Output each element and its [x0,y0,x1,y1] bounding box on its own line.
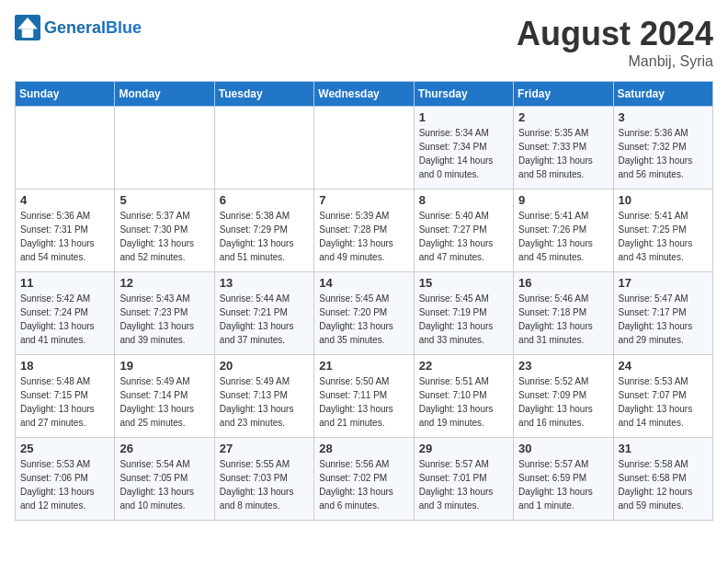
weekday-header-sunday: Sunday [16,82,115,107]
calendar-week-2: 4Sunrise: 5:36 AMSunset: 7:31 PMDaylight… [16,190,713,272]
day-info: Sunrise: 5:36 AMSunset: 7:31 PMDaylight:… [20,209,109,264]
day-info: Sunrise: 5:41 AMSunset: 7:25 PMDaylight:… [619,209,708,264]
svg-rect-2 [22,29,33,38]
day-number: 20 [220,359,309,373]
calendar-cell: 11Sunrise: 5:42 AMSunset: 7:24 PMDayligh… [16,272,115,355]
day-number: 23 [518,359,608,373]
day-number: 22 [419,359,508,373]
calendar-cell: 30Sunrise: 5:57 AMSunset: 6:59 PMDayligh… [514,438,613,521]
calendar-cell: 19Sunrise: 5:49 AMSunset: 7:14 PMDayligh… [115,355,214,438]
day-number: 18 [20,359,109,373]
calendar-cell: 21Sunrise: 5:50 AMSunset: 7:11 PMDayligh… [314,355,414,438]
calendar-cell: 10Sunrise: 5:41 AMSunset: 7:25 PMDayligh… [613,190,712,272]
day-number: 25 [20,442,109,455]
calendar-cell [314,107,414,190]
day-number: 10 [619,193,708,207]
day-number: 30 [518,442,608,455]
day-info: Sunrise: 5:50 AMSunset: 7:11 PMDaylight:… [319,374,408,430]
day-number: 8 [419,193,508,207]
day-info: Sunrise: 5:49 AMSunset: 7:14 PMDaylight:… [119,374,209,430]
day-info: Sunrise: 5:39 AMSunset: 7:28 PMDaylight:… [319,209,408,264]
location: Manbij, Syria [517,53,713,70]
logo-icon [15,15,40,40]
calendar-table: SundayMondayTuesdayWednesdayThursdayFrid… [15,81,713,521]
calendar-cell: 12Sunrise: 5:43 AMSunset: 7:23 PMDayligh… [115,272,214,355]
logo-text: GeneralBlue [44,18,142,38]
calendar-cell: 27Sunrise: 5:55 AMSunset: 7:03 PMDayligh… [214,438,313,521]
calendar-week-1: 1Sunrise: 5:34 AMSunset: 7:34 PMDaylight… [16,107,713,190]
day-info: Sunrise: 5:57 AMSunset: 7:01 PMDaylight:… [419,457,508,512]
calendar-cell: 5Sunrise: 5:37 AMSunset: 7:30 PMDaylight… [115,190,214,272]
calendar-cell [214,107,313,190]
calendar-cell: 4Sunrise: 5:36 AMSunset: 7:31 PMDaylight… [16,190,115,272]
day-info: Sunrise: 5:42 AMSunset: 7:24 PMDaylight:… [20,292,109,347]
month-year: August 2024 [517,15,713,53]
day-info: Sunrise: 5:37 AMSunset: 7:30 PMDaylight:… [119,209,209,264]
calendar-week-5: 25Sunrise: 5:53 AMSunset: 7:06 PMDayligh… [16,438,713,521]
calendar-cell: 16Sunrise: 5:46 AMSunset: 7:18 PMDayligh… [514,272,613,355]
day-number: 27 [220,442,309,455]
day-info: Sunrise: 5:49 AMSunset: 7:13 PMDaylight:… [220,374,309,430]
day-info: Sunrise: 5:54 AMSunset: 7:05 PMDaylight:… [119,457,209,512]
day-number: 6 [220,193,309,207]
day-number: 14 [319,276,408,290]
day-info: Sunrise: 5:51 AMSunset: 7:10 PMDaylight:… [419,374,508,430]
day-info: Sunrise: 5:57 AMSunset: 6:59 PMDaylight:… [518,457,608,512]
day-number: 21 [319,359,408,373]
calendar-cell: 1Sunrise: 5:34 AMSunset: 7:34 PMDaylight… [414,107,513,190]
calendar-cell: 18Sunrise: 5:48 AMSunset: 7:15 PMDayligh… [16,355,115,438]
day-info: Sunrise: 5:45 AMSunset: 7:20 PMDaylight:… [319,292,408,347]
calendar-cell: 3Sunrise: 5:36 AMSunset: 7:32 PMDaylight… [613,107,712,190]
day-info: Sunrise: 5:53 AMSunset: 7:07 PMDaylight:… [619,374,708,430]
calendar-header: SundayMondayTuesdayWednesdayThursdayFrid… [16,82,713,107]
day-info: Sunrise: 5:45 AMSunset: 7:19 PMDaylight:… [419,292,508,347]
calendar-cell: 20Sunrise: 5:49 AMSunset: 7:13 PMDayligh… [214,355,313,438]
logo: GeneralBlue [15,15,142,40]
day-number: 2 [518,110,608,124]
day-number: 1 [419,110,508,124]
day-number: 28 [319,442,408,455]
day-number: 11 [20,276,109,290]
calendar-cell: 13Sunrise: 5:44 AMSunset: 7:21 PMDayligh… [214,272,313,355]
calendar-cell: 2Sunrise: 5:35 AMSunset: 7:33 PMDaylight… [514,107,613,190]
day-info: Sunrise: 5:38 AMSunset: 7:29 PMDaylight:… [220,209,309,264]
day-number: 16 [518,276,608,290]
weekday-row: SundayMondayTuesdayWednesdayThursdayFrid… [16,82,713,107]
day-number: 5 [119,193,209,207]
day-number: 31 [619,442,708,455]
day-number: 12 [119,276,209,290]
weekday-header-monday: Monday [115,82,214,107]
day-number: 19 [119,359,209,373]
calendar-cell: 29Sunrise: 5:57 AMSunset: 7:01 PMDayligh… [414,438,513,521]
calendar-cell: 25Sunrise: 5:53 AMSunset: 7:06 PMDayligh… [16,438,115,521]
day-number: 9 [518,193,608,207]
day-info: Sunrise: 5:34 AMSunset: 7:34 PMDaylight:… [419,126,508,181]
day-number: 17 [619,276,708,290]
calendar-cell [115,107,214,190]
day-info: Sunrise: 5:48 AMSunset: 7:15 PMDaylight:… [20,374,109,430]
day-info: Sunrise: 5:55 AMSunset: 7:03 PMDaylight:… [220,457,309,512]
calendar-cell: 6Sunrise: 5:38 AMSunset: 7:29 PMDaylight… [214,190,313,272]
weekday-header-saturday: Saturday [613,82,712,107]
calendar-cell: 31Sunrise: 5:58 AMSunset: 6:58 PMDayligh… [613,438,712,521]
weekday-header-friday: Friday [514,82,613,107]
day-info: Sunrise: 5:58 AMSunset: 6:58 PMDaylight:… [619,457,708,512]
calendar-cell: 14Sunrise: 5:45 AMSunset: 7:20 PMDayligh… [314,272,414,355]
calendar-cell: 28Sunrise: 5:56 AMSunset: 7:02 PMDayligh… [314,438,414,521]
calendar-cell: 9Sunrise: 5:41 AMSunset: 7:26 PMDaylight… [514,190,613,272]
day-info: Sunrise: 5:44 AMSunset: 7:21 PMDaylight:… [220,292,309,347]
day-number: 7 [319,193,408,207]
day-number: 24 [619,359,708,373]
day-number: 26 [119,442,209,455]
day-number: 13 [220,276,309,290]
day-info: Sunrise: 5:53 AMSunset: 7:06 PMDaylight:… [20,457,109,512]
weekday-header-thursday: Thursday [414,82,513,107]
day-number: 15 [419,276,508,290]
calendar-cell: 17Sunrise: 5:47 AMSunset: 7:17 PMDayligh… [613,272,712,355]
page-header: GeneralBlue August 2024 Manbij, Syria [15,15,713,70]
day-info: Sunrise: 5:41 AMSunset: 7:26 PMDaylight:… [518,209,608,264]
day-info: Sunrise: 5:46 AMSunset: 7:18 PMDaylight:… [518,292,608,347]
calendar-cell: 26Sunrise: 5:54 AMSunset: 7:05 PMDayligh… [115,438,214,521]
day-info: Sunrise: 5:56 AMSunset: 7:02 PMDaylight:… [319,457,408,512]
day-info: Sunrise: 5:47 AMSunset: 7:17 PMDaylight:… [619,292,708,347]
